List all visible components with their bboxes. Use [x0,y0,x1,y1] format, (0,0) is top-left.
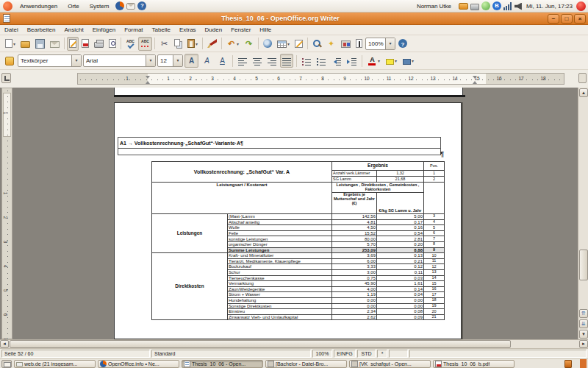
column1-header[interactable]: Ergebnis je Mutterschaf und Jahr (€) [332,193,377,214]
user-name[interactable]: Norman Utke [412,3,456,10]
value-per-kg[interactable]: 2,81 [377,236,424,242]
bluetooth-tray-icon[interactable]: B [492,1,501,10]
hyperlink-button[interactable] [261,37,274,51]
justify-button[interactable] [280,54,293,68]
ubuntu-logo-icon[interactable] [3,1,12,11]
vertical-ruler[interactable]: 11234567 [1,88,12,339]
new-document-button[interactable]: ▾ [3,37,18,51]
format-paintbrush-button[interactable] [205,37,219,51]
item-name[interactable]: Hundehaltung [228,297,332,303]
underline-button[interactable]: A [215,54,229,68]
section-label[interactable]: Leistungen [152,214,228,253]
task-openoffice-info[interactable]: OpenOffice.info • Ne... [98,360,179,368]
chevron-down-icon[interactable]: ▾ [173,55,182,66]
item-name[interactable]: Zinsansatz Vieh- und Umlaufkapital [228,314,332,320]
volume-icon[interactable] [514,3,523,10]
zoom-indicator[interactable]: 100% [312,350,332,358]
info-label[interactable]: SG Lamm [332,177,377,183]
pos-number[interactable]: 13 [424,269,445,275]
help-button[interactable] [396,37,409,51]
pos-number[interactable]: 7 [424,236,445,242]
clock[interactable]: Mi, 11. Jun, 17:23 [525,3,574,10]
menu-hilfe[interactable]: Hilfe [255,26,276,33]
horizontal-ruler[interactable]: 1123456789101112131415161718 [77,73,564,85]
navigator-button[interactable]: ✦ [324,37,338,51]
item-name[interactable]: Bockzukauf [228,264,332,270]
pos-number[interactable]: 10 [424,253,445,259]
menu-duden[interactable]: Duden [201,26,227,33]
item-name[interactable]: Schur [228,269,332,275]
pos-number[interactable]: 17 [424,292,445,298]
item-name[interactable]: organischer Dünger [228,241,332,247]
vertical-scrollbar[interactable]: ▲ ⇈ ⇊ ▼ [578,88,588,339]
info-label[interactable]: Anzahl verk.Lämmer [332,171,377,177]
page-style-indicator[interactable]: Standard [151,350,311,358]
column2-header[interactable]: €/kg SG Lamm u. Jahr [377,193,424,214]
font-color-button[interactable]: A▾ [365,54,382,68]
align-right-button[interactable] [265,54,279,68]
window-titlebar[interactable]: Thesis_10_06 - OpenOffice.org Writer −□× [0,13,588,25]
pos-number[interactable]: 6 [424,230,445,236]
categories-header[interactable]: Leistungen , Direktkosten , Gemeinkosten… [332,183,424,193]
value-per-ewe[interactable]: 4,50 [332,225,377,231]
value-per-ewe[interactable]: 5,70 [332,241,377,247]
menu-extras[interactable]: Extras [175,26,201,33]
redo-button[interactable]: ↷ [242,37,256,51]
firefox-launcher-icon[interactable] [115,1,124,10]
menu-format[interactable]: Format [120,26,147,33]
value-per-ewe[interactable]: 253,09 [332,247,377,253]
value-per-ewe[interactable]: 0,00 [332,303,377,309]
find-replace-button[interactable] [310,37,323,51]
pos-number[interactable]: 3 [424,214,445,220]
menu-einfuegen[interactable]: Einfügen [88,26,121,33]
pos-number[interactable]: 21 [424,314,445,320]
numbered-list-button[interactable] [300,54,313,68]
autospellcheck-button[interactable]: ABC [138,37,152,51]
value-per-ewe[interactable]: 15,52 [332,230,377,236]
item-name[interactable]: Summe Leistungen [228,247,332,253]
panel-menu-system[interactable]: System [85,3,115,10]
ergebnis-header[interactable]: Ergebnis [332,162,424,171]
close-button[interactable]: × [574,14,586,24]
ruler-end-button[interactable] [578,73,587,83]
menu-bearbeiten[interactable]: Bearbeiten [23,26,60,33]
value-per-kg[interactable]: 0,00 [377,297,424,303]
value-per-ewe[interactable]: 3,69 [332,253,377,259]
value-per-ewe[interactable]: 4,00 [332,286,377,292]
value-per-kg[interactable]: 0,54 [377,230,424,236]
pos-number[interactable]: 12 [424,264,445,270]
scroll-right-icon[interactable]: ► [579,340,588,348]
value-per-kg[interactable]: 0,17 [377,219,424,225]
task-thesis-pdf[interactable]: Thesis_10_06_b.pdf [433,360,514,368]
pos-number[interactable]: 15 [424,281,445,287]
value-per-kg[interactable]: 5,00 [377,214,424,220]
document-page[interactable]: A1 → Vollkostenrechnung·„SchafGut“·Varia… [114,102,462,339]
scroll-up-icon[interactable]: ▲ [579,88,588,97]
value-per-ewe[interactable]: 2,34 [332,309,377,315]
heading-text[interactable]: A1 → Vollkostenrechnung·„SchafGut“·Varia… [118,138,440,149]
scroll-down-icon[interactable]: ▼ [579,330,588,339]
font-size-select[interactable]: 12▾ [157,54,183,67]
tab-stop-selector-button[interactable] [1,73,11,83]
heading-empty-row[interactable] [118,149,440,155]
kostenart-header[interactable]: Leistungsart / Kostenart [152,183,332,214]
value-per-ewe[interactable]: 142,56 [332,214,377,220]
cost-accounting-table[interactable]: Vollkostenrechnung: „SchafGut“ Var. A Er… [151,161,445,320]
spellcheck-button[interactable]: ABC [123,37,137,51]
info-value[interactable]: 1,32 [377,171,424,177]
item-name[interactable]: Tierarzt, Medikamente, Klauenpflege [228,258,332,264]
chevron-down-icon[interactable]: ▾ [71,55,81,66]
dropdown-arrow-icon[interactable]: ▾ [412,58,414,63]
email-document-button[interactable] [48,37,62,51]
item-name[interactable]: (Mast-)Lamm [228,214,332,220]
pos-header[interactable]: Pos. [424,162,445,171]
font-name-select[interactable]: Arial▾ [83,54,156,67]
mail-launcher-icon[interactable] [126,3,135,10]
selection-mode-indicator[interactable]: STD [357,350,376,358]
value-per-kg[interactable]: 0,20 [377,241,424,247]
page-indicator[interactable]: Seite 52 / 60 [1,350,150,358]
dropdown-arrow-icon[interactable]: ▾ [196,41,198,46]
task-webde[interactable]: web.de (21 insgesam... [14,360,96,368]
value-per-kg[interactable]: 0,04 [377,292,424,298]
network-tray-icon[interactable] [481,1,490,10]
